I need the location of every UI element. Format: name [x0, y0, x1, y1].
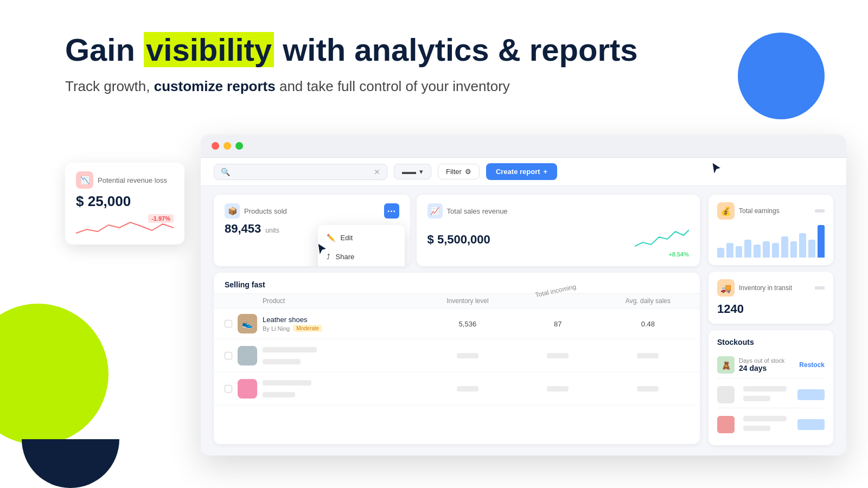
earnings-card-header: 💰 Total earnings — [717, 202, 825, 220]
product-sales — [607, 352, 689, 360]
bar-12 — [818, 225, 825, 258]
moderate-badge: Moderate — [293, 325, 322, 332]
product-info — [263, 345, 426, 367]
revenue-card-header: 📈 Total sales revenue — [427, 203, 689, 219]
product-thumbnail: 👟 — [238, 314, 257, 333]
stockout-row — [717, 412, 825, 438]
skeleton — [263, 392, 295, 397]
search-clear-icon[interactable]: ✕ — [374, 168, 380, 176]
skeleton — [263, 359, 301, 364]
earnings-title: Total earnings — [739, 207, 780, 215]
app-window: 🔍 ✕ ▬▬ ▾ Filter ⚙ Create report + 📦 — [201, 134, 846, 455]
edit-label: Edit — [341, 234, 353, 242]
product-info: Leather shoes By Li Ning Moderate — [263, 316, 426, 332]
row-checkbox[interactable] — [225, 352, 232, 359]
product-level — [426, 352, 508, 360]
context-menu-share[interactable]: ⤴ Share — [318, 247, 405, 266]
create-report-label: Create report — [496, 168, 540, 176]
table-row — [214, 373, 700, 406]
bar-3 — [736, 246, 743, 258]
revenue-badge: +8.54% — [668, 251, 689, 258]
stockout-thumb: 🧸 — [717, 356, 735, 374]
row-checkbox[interactable] — [225, 385, 232, 393]
skeleton — [743, 426, 770, 431]
deco-dark-semicircle — [22, 439, 119, 488]
product-incoming — [508, 385, 607, 393]
skeleton — [263, 347, 317, 352]
right-panel: 💰 Total earnings — [709, 195, 833, 444]
stockout-thumb — [717, 386, 735, 403]
context-menu-edit[interactable]: ✏️ Edit — [318, 228, 405, 247]
transit-menu-icon — [815, 286, 825, 290]
earnings-menu-icon — [815, 209, 825, 213]
product-level: 5,536 — [426, 320, 508, 328]
svg-rect-3 — [238, 379, 257, 399]
deco-green-circle — [0, 304, 108, 445]
chrome-close[interactable] — [212, 142, 219, 150]
stockout-info: Days out of stock 24 days — [739, 357, 795, 373]
row-checkbox[interactable] — [225, 320, 232, 328]
restock-button[interactable]: Restock — [799, 361, 825, 369]
revenue-title: Total sales revenue — [447, 207, 508, 215]
search-box[interactable]: 🔍 ✕ — [214, 164, 387, 180]
product-name: Leather shoes — [263, 316, 426, 324]
col-header-product: Product — [263, 297, 426, 305]
product-incoming — [508, 352, 607, 360]
share-label: Share — [336, 253, 355, 261]
inventory-transit-card: 🚚 Inventory in transit 1240 — [709, 272, 833, 324]
chrome-minimize[interactable] — [224, 142, 231, 150]
products-value: 89,453 — [225, 222, 261, 236]
main-content: 📦 Products sold ⋯ ✏️ Edit — [201, 186, 846, 453]
skeleton — [457, 386, 478, 391]
svg-rect-2 — [238, 346, 257, 365]
filter-button[interactable]: Filter ⚙ — [438, 164, 480, 179]
skeleton-btn — [797, 419, 825, 430]
bar-7 — [772, 243, 779, 258]
table-row: 👟 Leather shoes By Li Ning Moderate 5,53… — [214, 309, 700, 339]
table-row — [214, 339, 700, 373]
products-units: units — [265, 227, 279, 234]
product-sales: 0.48 — [607, 320, 689, 328]
left-panel: 📦 Products sold ⋯ ✏️ Edit — [214, 195, 700, 444]
chevron-down-icon: ▾ — [419, 168, 423, 176]
window-chrome — [201, 134, 846, 158]
stockouts-card: Stockouts 🧸 Days out of stock 24 days Re… — [709, 330, 833, 445]
products-title: Products sold — [244, 207, 287, 215]
earnings-icon: 💰 — [717, 202, 735, 220]
revenue-loss-title: Potential revenue loss — [98, 176, 167, 184]
hero-subtitle: Track growth, customize reports and take… — [65, 78, 716, 95]
svg-text:🧸: 🧸 — [722, 361, 731, 370]
total-earnings-card: 💰 Total earnings — [709, 195, 833, 265]
search-input[interactable] — [234, 168, 369, 176]
filter-label: Filter — [446, 168, 462, 176]
create-report-button[interactable]: Create report + — [486, 163, 557, 180]
create-report-plus-icon: + — [544, 168, 548, 176]
products-sold-card: 📦 Products sold ⋯ ✏️ Edit — [214, 195, 410, 266]
share-icon: ⤴ — [327, 253, 330, 261]
products-table-card: Selling fast Product Inventory level Tot… — [214, 273, 700, 444]
products-menu-button[interactable]: ⋯ — [384, 203, 399, 219]
earnings-bar-chart — [717, 225, 825, 258]
table-title: Selling fast — [225, 280, 265, 289]
chrome-maximize[interactable] — [235, 142, 243, 150]
product-level — [426, 385, 508, 393]
stockouts-title: Stockouts — [717, 338, 825, 346]
transit-icon: 🚚 — [717, 279, 735, 297]
stockout-thumb — [717, 416, 735, 433]
products-icon: 📦 — [225, 203, 240, 219]
skeleton — [263, 380, 311, 386]
neg-badge: -1.97% — [148, 214, 174, 223]
view-dropdown[interactable]: ▬▬ ▾ — [394, 164, 431, 179]
hero-section: Gain visibility with analytics & reports… — [65, 33, 716, 95]
product-sub: By Li Ning Moderate — [263, 325, 426, 332]
skeleton — [547, 386, 569, 391]
stockout-row — [717, 382, 825, 408]
bar-5 — [754, 245, 761, 258]
col-header-level: Inventory level — [426, 297, 508, 305]
products-card-header: 📦 Products sold ⋯ ✏️ Edit — [225, 203, 399, 219]
total-revenue-card: 📈 Total sales revenue $ 5,500,000 +8.54% — [417, 195, 700, 266]
skeleton — [743, 396, 770, 401]
revenue-card-header: 📉 Potential revenue loss — [76, 171, 174, 189]
table-header: Selling fast — [214, 273, 700, 294]
product-incoming: 87 — [508, 320, 607, 328]
